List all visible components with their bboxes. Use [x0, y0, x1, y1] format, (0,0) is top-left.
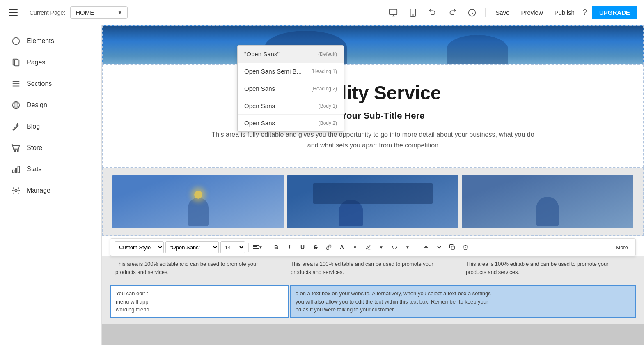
svg-point-20	[15, 189, 17, 192]
sidebar-manage-label: Manage	[27, 187, 50, 194]
svg-point-4	[413, 14, 413, 15]
highlight-dropdown[interactable]: ▼	[376, 242, 387, 253]
help-button[interactable]: ?	[583, 8, 587, 17]
desktop-view-button[interactable]	[387, 6, 400, 19]
sidebar-item-blog[interactable]: Blog	[0, 116, 101, 137]
link-button[interactable]	[323, 242, 335, 253]
bottom-text-row: You can edit t menu will app wording fri…	[110, 285, 636, 318]
sidebar-item-store[interactable]: Store	[0, 137, 101, 159]
move-up-button[interactable]	[420, 242, 432, 253]
sidebar-design-label: Design	[27, 101, 47, 109]
chevron-down-icon: ▼	[117, 10, 122, 16]
bottom-col-left[interactable]: You can edit t menu will app wording fri…	[110, 285, 289, 318]
sidebar-blog-label: Blog	[27, 123, 40, 130]
svg-rect-21	[253, 245, 259, 246]
canvas-inner: Quality Service Add Your Sub-Title Here …	[102, 25, 644, 324]
hero-image-section[interactable]	[102, 25, 644, 64]
upgrade-button[interactable]: UPGRADE	[592, 6, 637, 19]
strikethrough-button[interactable]: S	[310, 242, 321, 253]
manage-icon	[11, 186, 21, 196]
text-color-button[interactable]: A	[336, 242, 348, 253]
align-button[interactable]: ▼	[252, 242, 264, 253]
code-button[interactable]	[389, 242, 400, 253]
underline-button[interactable]: U	[297, 242, 308, 253]
font-option-heading2[interactable]: Open Sans (Heading 2)	[238, 80, 344, 97]
image-2[interactable]	[287, 175, 459, 228]
images-row[interactable]	[102, 168, 644, 236]
sidebar-item-stats[interactable]: Stats	[0, 159, 101, 180]
image-1[interactable]	[112, 175, 284, 228]
sidebar-elements-label: Elements	[27, 37, 54, 45]
italic-button[interactable]: I	[284, 242, 295, 253]
bottom-col-selected[interactable]: o on a text box on your website. Alterna…	[290, 285, 636, 318]
sidebar-item-pages[interactable]: Pages	[0, 52, 101, 73]
quality-service-section[interactable]: Quality Service Add Your Sub-Title Here …	[102, 64, 644, 168]
quality-subtitle: Add Your Sub-Title Here	[135, 110, 610, 121]
blog-icon	[11, 122, 21, 131]
sidebar-item-sections[interactable]: Sections	[0, 73, 101, 94]
quality-body: This area is fully editable and gives yo…	[209, 129, 537, 150]
save-button[interactable]: Save	[492, 7, 513, 18]
topbar: Current Page: HOME ▼	[0, 0, 644, 25]
svg-rect-24	[451, 246, 455, 250]
font-option-body1[interactable]: Open Sans (Body 1)	[238, 97, 344, 115]
svg-rect-22	[253, 246, 257, 247]
toolbar-separator-1	[248, 243, 249, 252]
style-selector[interactable]: Custom Style	[115, 241, 164, 253]
delete-button[interactable]	[460, 242, 471, 253]
sidebar-item-elements[interactable]: Elements	[0, 30, 101, 52]
preview-button[interactable]: Preview	[518, 7, 546, 18]
text-color-dropdown[interactable]: ▼	[349, 242, 361, 253]
sidebar: Elements Pages Sections	[0, 25, 102, 345]
pages-icon	[11, 58, 21, 67]
bold-button[interactable]: B	[270, 242, 282, 253]
publish-button[interactable]: Publish	[551, 7, 578, 18]
font-tag-heading1: (Heading 1)	[311, 69, 337, 74]
text-col-1[interactable]: This area is 100% editable and can be us…	[110, 256, 285, 282]
sidebar-pages-label: Pages	[27, 59, 45, 66]
highlight-button[interactable]	[362, 242, 374, 253]
font-option-heading1[interactable]: Open Sans Semi B... (Heading 1)	[238, 63, 344, 80]
font-tag-heading2: (Heading 2)	[311, 86, 337, 92]
font-tag-body2: (Body 2)	[319, 120, 337, 126]
image-3[interactable]	[462, 175, 633, 228]
store-icon	[11, 143, 21, 153]
svg-point-15	[14, 150, 16, 152]
svg-rect-17	[13, 170, 14, 172]
stats-icon	[11, 164, 21, 174]
sidebar-store-label: Store	[27, 144, 42, 152]
font-option-default[interactable]: "Open Sans" (Default)	[238, 46, 344, 63]
duplicate-button[interactable]	[447, 242, 458, 253]
font-size-selector[interactable]: 14	[220, 241, 245, 253]
sections-icon	[11, 79, 21, 89]
sidebar-sections-label: Sections	[27, 80, 52, 87]
undo-button[interactable]	[426, 6, 439, 19]
more-button[interactable]: More	[612, 243, 631, 252]
editor-toolbar: Custom Style "Open Sans" 14 ▼ B	[110, 238, 636, 256]
font-option-body2[interactable]: Open Sans (Body 2)	[238, 115, 344, 131]
text-col-1-content: This area is 100% editable and can be us…	[115, 260, 280, 276]
code-dropdown[interactable]: ▼	[402, 242, 413, 253]
redo-button[interactable]	[446, 6, 459, 19]
svg-point-16	[17, 150, 18, 152]
selected-text-section[interactable]: You can edit t menu will app wording fri…	[102, 284, 644, 324]
font-selector[interactable]: "Open Sans"	[165, 241, 219, 253]
move-down-button[interactable]	[433, 242, 445, 253]
page-selector[interactable]: HOME ▼	[70, 6, 128, 19]
svg-rect-19	[18, 166, 20, 173]
text-col-3[interactable]: This area is 100% editable and can be us…	[461, 256, 636, 282]
font-name-default: "Open Sans"	[244, 51, 280, 58]
sidebar-item-manage[interactable]: Manage	[0, 180, 101, 201]
page-selector-value: HOME	[76, 9, 94, 16]
text-col-2[interactable]: This area is 100% editable and can be us…	[285, 256, 461, 282]
svg-rect-23	[253, 248, 259, 249]
hamburger-menu[interactable]	[7, 6, 20, 19]
history-button[interactable]	[465, 6, 479, 19]
canvas-area[interactable]: Quality Service Add Your Sub-Title Here …	[102, 25, 644, 345]
svg-rect-0	[390, 9, 397, 14]
svg-rect-10	[14, 60, 19, 66]
font-name-body2: Open Sans	[244, 120, 275, 126]
sidebar-item-design[interactable]: Design	[0, 94, 101, 116]
plus-icon	[11, 36, 21, 46]
tablet-view-button[interactable]	[406, 6, 419, 19]
